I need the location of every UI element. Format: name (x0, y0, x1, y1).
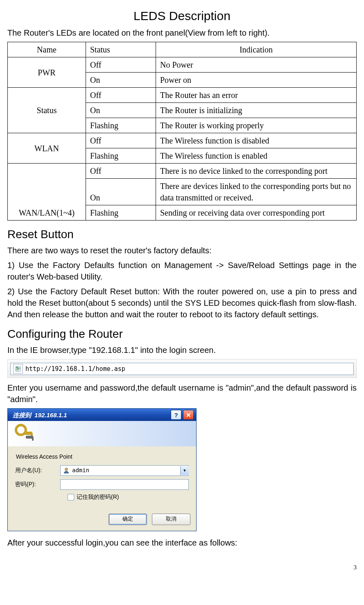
led-indication: Sending or receiving data over correspon… (156, 205, 357, 221)
chevron-down-icon: ▾ (183, 466, 186, 475)
help-button[interactable]: ? (171, 410, 181, 420)
username-value: admin (72, 466, 179, 475)
led-status: On (86, 73, 156, 88)
reset-p1: There are two ways to reset the router's… (7, 245, 357, 256)
password-field[interactable] (60, 479, 189, 490)
login-dialog: 连接到 192.168.1.1 ? ✕ Wireless Access Poin… (7, 408, 197, 531)
addressbar-screenshot: http://192.168.1.1/home.asp (7, 359, 357, 378)
table-row: WAN/LAN(1~4) Off There is no device link… (8, 164, 357, 179)
reset-p2: 1) Use the Factory Defaults function on … (7, 259, 357, 282)
config-p3: After your successful login,you can see … (7, 537, 357, 548)
led-indication: The Wireless function is enabled (156, 148, 357, 164)
reset-heading: Reset Button (7, 226, 357, 242)
led-name: WLAN (8, 133, 86, 164)
col-indication: Indication (156, 42, 357, 57)
table-row: Status Off The Router has an error (8, 88, 357, 103)
leds-table: Name Status Indication PWR Off No Power … (7, 42, 357, 221)
remember-checkbox[interactable] (68, 494, 74, 500)
led-status: Off (86, 164, 156, 179)
addressbar[interactable]: http://192.168.1.1/home.asp (10, 363, 354, 375)
user-icon (63, 467, 70, 474)
led-name: WAN/LAN(1~4) (8, 164, 86, 221)
led-status: On (86, 103, 156, 118)
svg-point-7 (65, 468, 68, 471)
led-indication: The Router is working properly (156, 118, 357, 133)
col-status: Status (86, 42, 156, 57)
table-row: WLAN Off The Wireless function is disabl… (8, 133, 357, 148)
col-name: Name (8, 42, 86, 57)
help-icon: ? (174, 411, 178, 419)
led-indication: No Power (156, 57, 357, 73)
close-button[interactable]: ✕ (183, 410, 194, 420)
leds-heading: LEDS Description (7, 7, 357, 25)
leds-intro: The Router's LEDs are located on the fro… (7, 27, 357, 39)
table-header-row: Name Status Indication (8, 42, 357, 57)
led-status: Flashing (86, 148, 156, 164)
led-status: Off (86, 57, 156, 73)
led-indication: There are devices linked to the correspo… (156, 179, 357, 205)
page-number: 3 (7, 563, 357, 572)
username-label: 用户名(U): (15, 466, 60, 475)
dropdown-button[interactable]: ▾ (180, 466, 189, 475)
addressbar-url: http://192.168.1.1/home.asp (25, 365, 353, 373)
ok-button[interactable]: 确定 (109, 514, 147, 525)
dialog-titlebar: 连接到 192.168.1.1 ? ✕ (8, 409, 196, 421)
cancel-label: 取消 (166, 515, 176, 523)
led-indication: There is no device linked to the corresp… (156, 164, 357, 179)
remember-label: 记住我的密码(R) (77, 493, 119, 501)
led-indication: The Router has an error (156, 88, 357, 103)
dialog-title: 连接到 192.168.1.1 (13, 411, 67, 419)
led-name: PWR (8, 57, 86, 88)
ok-label: 确定 (122, 515, 133, 523)
close-icon: ✕ (186, 411, 191, 419)
config-p1: In the IE browser,type "192.168.1.1" int… (7, 344, 357, 356)
led-status: Flashing (86, 205, 156, 221)
led-status: Flashing (86, 118, 156, 133)
led-status: Off (86, 133, 156, 148)
led-indication: The Router is initializing (156, 103, 357, 118)
svg-rect-6 (32, 437, 34, 441)
led-indication: The Wireless function is disabled (156, 133, 357, 148)
config-p2: Enter you username and password,the defa… (7, 382, 357, 405)
username-field[interactable]: admin ▾ (60, 465, 189, 476)
config-heading: Configuring the Router (7, 326, 357, 342)
table-row: PWR Off No Power (8, 57, 357, 73)
led-name: Status (8, 88, 86, 133)
password-label: 密码(P): (15, 480, 60, 489)
server-name: Wireless Access Point (16, 453, 189, 461)
keyring-icon (14, 423, 34, 445)
led-status: On (86, 179, 156, 205)
svg-point-1 (16, 367, 18, 368)
cancel-button[interactable]: 取消 (152, 514, 190, 525)
led-indication: Power on (156, 73, 357, 88)
reset-p3: 2) Use the Factory Default Reset button:… (7, 286, 357, 320)
led-status: Off (86, 88, 156, 103)
dialog-banner (8, 421, 196, 446)
page-favicon-icon (13, 364, 23, 374)
